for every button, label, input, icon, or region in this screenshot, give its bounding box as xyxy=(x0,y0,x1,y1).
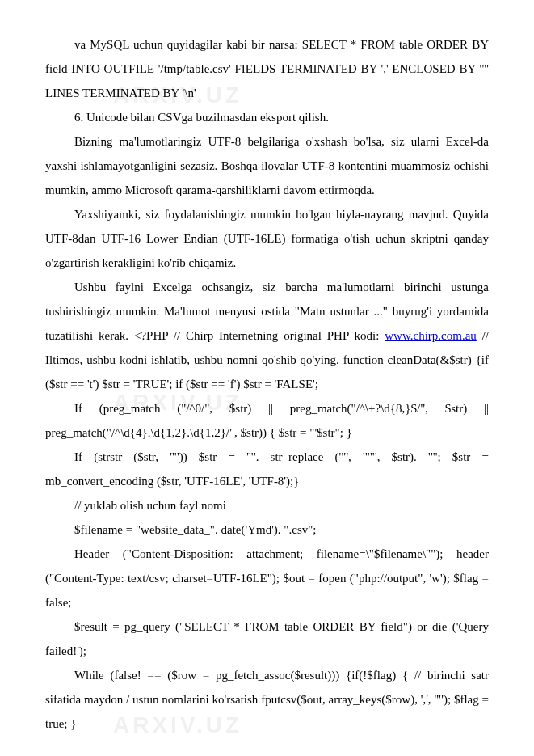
paragraph-12: While (false! == ($row = pg_fetch_assoc(… xyxy=(45,663,489,736)
paragraph-10: Header ("Content-Disposition: attachment… xyxy=(45,542,489,615)
paragraph-3: Bizning ma'lumotlaringiz UTF-8 belgilari… xyxy=(45,129,489,202)
paragraph-11: $result = pg_query ("SELECT * FROM table… xyxy=(45,615,489,663)
paragraph-6: If (preg_match ("/^0/", $str) || preg_ma… xyxy=(45,396,489,445)
paragraph-4: Yaxshiyamki, siz foydalanishingiz mumkin… xyxy=(45,202,489,275)
chirp-link[interactable]: www.chirp.com.au xyxy=(385,329,477,342)
paragraph-7: If (strstr ($str, '"')) $str = '"'. str_… xyxy=(45,445,489,493)
paragraph-1: va MySQL uchun quyidagilar kabi bir nars… xyxy=(45,32,489,105)
paragraph-8: // yuklab olish uchun fayl nomi xyxy=(45,493,489,517)
paragraph-5: Ushbu faylni Excelga ochsangiz, siz barc… xyxy=(45,275,489,396)
paragraph-2: 6. Unicode bilan CSVga buzilmasdan ekspo… xyxy=(45,105,489,129)
paragraph-9: $filename = "website_data_". date('Ymd')… xyxy=(45,517,489,542)
